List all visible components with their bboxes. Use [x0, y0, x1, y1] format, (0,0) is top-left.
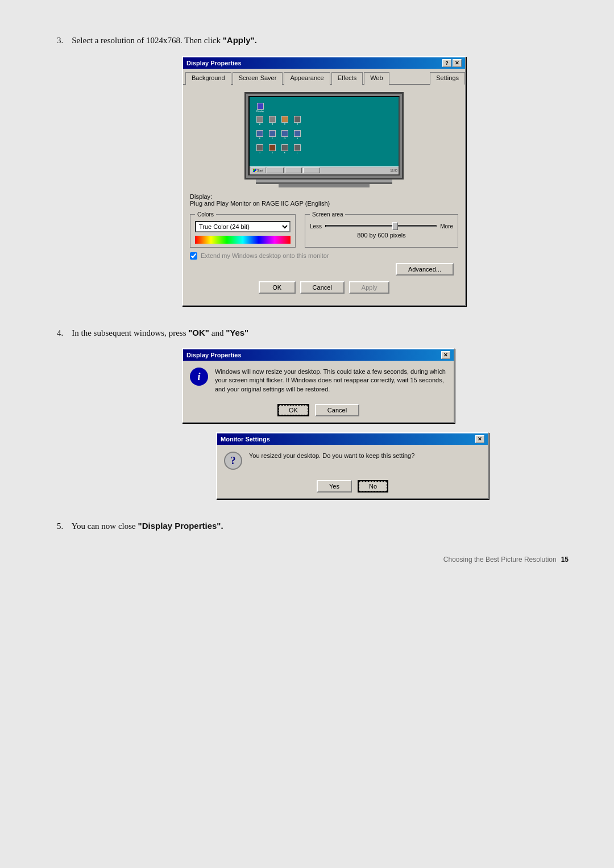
icon-box: [256, 130, 263, 137]
icon-box: [269, 130, 276, 137]
d-icon-a: A: [256, 116, 263, 126]
d-icon-l: L: [294, 144, 301, 154]
clock: 12:00: [390, 169, 397, 172]
monitor-base: [256, 180, 392, 184]
d-icon-h: H: [294, 130, 301, 140]
desktop-icons-row1: Display: [254, 102, 394, 114]
d-icon-c: C: [281, 116, 288, 126]
d-icon-j: J: [269, 144, 276, 154]
cancel-button[interactable]: Cancel: [300, 281, 345, 294]
step-instruction: You can now close: [72, 521, 138, 531]
start-button: Start: [251, 168, 265, 173]
icon-box: [281, 116, 288, 123]
extend-desktop-checkbox[interactable]: [190, 252, 197, 260]
step-5: 5. You can now close "Display Properties…: [57, 520, 569, 533]
tab-web[interactable]: Web: [364, 72, 389, 85]
display-properties-dialog: Display Properties ? ✕ Background Screen…: [182, 56, 569, 306]
step-number: 4.: [57, 328, 63, 337]
resolution-slider-track: [325, 225, 437, 227]
desktop-area: Display A: [252, 99, 396, 164]
apply-button[interactable]: Apply: [349, 281, 390, 294]
no-button[interactable]: No: [358, 480, 388, 493]
settings-row: Colors True Color (24 bit) Screen area L…: [190, 211, 458, 248]
checkbox-label: Extend my Windows desktop onto this moni…: [201, 252, 329, 259]
icon-box: [256, 116, 263, 123]
icon-box: [281, 130, 288, 137]
monitor-stand: [279, 184, 370, 187]
colors-legend: Colors: [195, 211, 216, 218]
titlebar-buttons: ? ✕: [442, 59, 462, 67]
pixels-text: 800 by 600 pixels: [310, 232, 453, 239]
fake-taskbar: Start 12:00: [250, 166, 399, 174]
step-3: 3. Select a resolution of 1024x768. Then…: [57, 34, 569, 306]
tab-settings[interactable]: Settings: [430, 72, 465, 85]
screen-area-legend: Screen area: [310, 211, 345, 218]
resolution-slider-thumb[interactable]: [392, 222, 398, 230]
monitor-close-button[interactable]: ✕: [475, 435, 484, 443]
step-4: 4. In the subsequent windows, press "OK"…: [57, 327, 569, 500]
resize-titlebar: Display Properties ✕: [183, 349, 454, 361]
display-name: Plug and Play Monitor on RAGE IIC AGP (E…: [190, 200, 458, 207]
page-footer: Choosing the Best Picture Resolution 15: [57, 556, 569, 564]
yes-button[interactable]: Yes: [317, 480, 352, 493]
resize-dialog: Display Properties ✕ i Windows will now …: [182, 348, 455, 423]
step-bold: "Apply".: [223, 35, 257, 45]
advanced-button[interactable]: Advanced...: [396, 263, 454, 276]
monitor-frame: Display A: [244, 92, 404, 187]
icon-box: [269, 144, 276, 151]
step-3-text: 3. Select a resolution of 1024x768. Then…: [57, 34, 569, 47]
desktop-icon-1: Display: [256, 103, 264, 112]
tab-screensaver[interactable]: Screen Saver: [233, 72, 283, 85]
display-label: Display:: [190, 193, 458, 200]
taskbar-item-2: [285, 168, 302, 173]
icon-img: [257, 103, 264, 110]
display-properties-window: Display Properties ? ✕ Background Screen…: [182, 56, 466, 306]
d-icon-k: K: [281, 144, 288, 154]
settings-panel: Display A: [183, 85, 465, 305]
titlebar: Display Properties ? ✕: [183, 57, 465, 69]
colors-select[interactable]: True Color (24 bit): [195, 221, 291, 232]
taskbar-items: [267, 168, 389, 173]
d-icon-i: I: [256, 144, 263, 154]
tab-background[interactable]: Background: [185, 72, 231, 85]
display-label-section: Display: Plug and Play Monitor on RAGE I…: [190, 193, 458, 207]
d-icon-g: G: [281, 130, 288, 140]
less-label: Less: [310, 223, 322, 229]
colors-group: Colors True Color (24 bit): [190, 211, 296, 248]
resize-message: Windows will now resize your desktop. Th…: [215, 368, 447, 394]
d-icon-e: E: [256, 130, 263, 140]
question-icon: ?: [224, 452, 242, 470]
ok-button[interactable]: OK: [259, 281, 296, 294]
close-button[interactable]: ✕: [453, 59, 462, 67]
resize-close-button[interactable]: ✕: [441, 351, 450, 359]
tab-effects[interactable]: Effects: [331, 72, 363, 85]
resize-title-text: Display Properties: [186, 352, 242, 358]
resize-ok-button[interactable]: OK: [277, 404, 309, 416]
help-button[interactable]: ?: [442, 59, 451, 67]
icon-box: [294, 130, 301, 137]
more-label: More: [440, 223, 453, 229]
info-icon: i: [190, 368, 208, 386]
checkbox-row: Extend my Windows desktop onto this moni…: [190, 252, 458, 260]
resize-content: i Windows will now resize your desktop. …: [183, 361, 454, 400]
taskbar-item-3: [303, 168, 320, 173]
icon-box: [294, 116, 301, 123]
taskbar-item-1: [267, 168, 284, 173]
slider-container: Less More: [310, 223, 453, 229]
tabs-bar: Background Screen Saver Appearance Effec…: [183, 69, 465, 85]
step-instruction: In the subsequent windows, press: [72, 328, 188, 337]
screen-area-group: Screen area Less More 800 by 600 pixels: [305, 211, 458, 248]
desktop-icons-row4: I J K: [254, 143, 394, 155]
icon-box: [294, 144, 301, 151]
step-bold2: "Yes": [226, 328, 248, 337]
tab-appearance[interactable]: Appearance: [284, 72, 330, 85]
monitor-buttons: Yes No: [217, 477, 488, 498]
step-bold1: "OK": [188, 328, 209, 337]
monitor-preview: Display A: [190, 92, 458, 187]
titlebar-text: Display Properties: [186, 60, 242, 66]
color-bar: [195, 236, 291, 244]
monitor-titlebar: Monitor Settings ✕: [217, 433, 488, 445]
resize-buttons: OK Cancel: [183, 400, 454, 422]
resize-cancel-button[interactable]: Cancel: [315, 404, 359, 416]
footer-text: Choosing the Best Picture Resolution: [443, 556, 557, 564]
